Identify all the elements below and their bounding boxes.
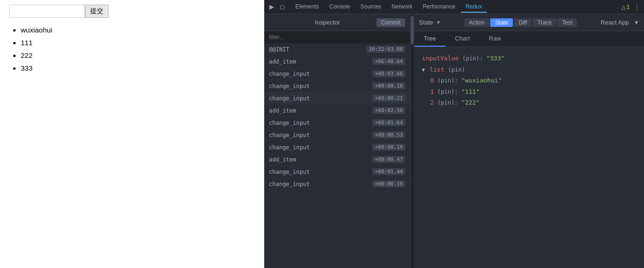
state-tab-test[interactable]: Test: [557, 18, 577, 27]
inspector-list[interactable]: @@INIT10:32:03.00add_item+06:48.64change…: [264, 43, 410, 268]
state-list-item: 0 (pin): "wuxiaohui": [430, 75, 636, 86]
warning-indicator: △ 1: [621, 4, 630, 10]
view-tab-chart[interactable]: Chart: [445, 31, 479, 47]
warning-count: 1: [627, 4, 630, 10]
list-item-index: 0: [430, 77, 434, 84]
list-item-pin: (pin):: [434, 89, 461, 95]
state-tab-action[interactable]: Action: [464, 18, 489, 27]
inspector-row-time: +00:01.64: [372, 119, 405, 126]
inspector-panel: Inspector Commit @@INIT10:32:03.00add_it…: [264, 14, 410, 268]
inspector-row[interactable]: @@INIT10:32:03.00: [264, 43, 410, 56]
inspector-row-name: change_input: [269, 71, 310, 77]
inspector-row[interactable]: change_input+00:01.44: [264, 166, 410, 178]
devtools-main: Inspector Commit @@INIT10:32:03.00add_it…: [264, 14, 644, 268]
inspector-row-name: change_input: [269, 132, 310, 138]
list-item-pin: (pin):: [434, 77, 461, 84]
view-tab-tree[interactable]: Tree: [414, 31, 445, 47]
list-key: list: [429, 66, 444, 73]
submit-button[interactable]: 提交: [85, 5, 109, 18]
inspector-row[interactable]: change_input+00:01.64: [264, 117, 410, 129]
warning-icon: △: [621, 4, 626, 10]
inspector-row-name: change_input: [269, 95, 310, 102]
state-panel-header: State ▼ Action State Diff Trace Test Rea…: [414, 14, 644, 31]
state-tab-diff[interactable]: Diff: [514, 18, 532, 27]
input-value-val: "333": [486, 55, 505, 62]
state-panel: State ▼ Action State Diff Trace Test Rea…: [414, 14, 644, 268]
list-item: 111: [21, 36, 255, 49]
state-list-item: 1 (pin): "111": [430, 86, 636, 97]
filter-input[interactable]: [264, 31, 410, 43]
tab-redux[interactable]: Redux: [461, 1, 487, 13]
devtools-topbar: ▶ ◻ Elements Console Sources Network Per…: [264, 0, 644, 14]
state-list-header-row: ▼ list (pin): [422, 64, 636, 75]
tab-network[interactable]: Network: [387, 1, 417, 13]
list-expand-arrow[interactable]: ▼: [422, 67, 425, 73]
inspector-row-time: +00:00.18: [372, 82, 405, 89]
inspector-row-time: +00:02.50: [372, 107, 405, 114]
list-pin: (pin): [448, 66, 465, 73]
cursor-icon[interactable]: ▶: [268, 3, 276, 11]
inspector-row[interactable]: add_item+00:02.50: [264, 105, 410, 117]
inspector-row[interactable]: change_input+00:00.21: [264, 92, 410, 105]
state-tab-trace[interactable]: Trace: [533, 18, 556, 27]
list-item-index: 2: [430, 99, 434, 106]
inspector-row-time: 10:32:03.00: [366, 46, 405, 53]
tab-performance[interactable]: Performance: [418, 1, 460, 13]
inspector-row[interactable]: change_input+00:00.19: [264, 141, 410, 154]
input-value-key: inputValue: [422, 55, 459, 62]
inspector-row-name: @@INIT: [269, 46, 289, 53]
inspector-title: Inspector: [278, 19, 376, 26]
inspector-row-time: +00:00.19: [372, 144, 405, 151]
inspector-row-name: change_input: [269, 169, 310, 175]
inspector-row[interactable]: change_input+00:03.66: [264, 68, 410, 80]
state-panel-tabs: Action State Diff Trace Test: [464, 18, 577, 27]
inspector-row-name: add_item: [269, 156, 296, 163]
state-header-left: State ▼: [419, 19, 441, 26]
state-list-items: 0 (pin): "wuxiaohui"1 (pin): "111"2 (pin…: [422, 75, 636, 108]
inspector-row-time: +06:48.64: [372, 58, 405, 65]
inspector-row-time: +00:00.21: [372, 95, 405, 102]
devtools-panel: ▶ ◻ Elements Console Sources Network Per…: [264, 0, 644, 268]
list-item-pin: (pin):: [434, 99, 461, 106]
state-header-right: React App ▼: [601, 19, 639, 26]
inspector-row[interactable]: change_input+00:00.18: [264, 80, 410, 92]
list-item-index: 1: [430, 88, 434, 95]
app-list: wuxiaohui111222333: [9, 24, 255, 74]
tab-elements[interactable]: Elements: [291, 1, 324, 13]
state-list-item: 2 (pin): "222": [430, 97, 636, 108]
list-item: 333: [21, 62, 255, 74]
app-input[interactable]: [9, 5, 85, 18]
app-panel: 提交 wuxiaohui111222333: [0, 0, 264, 268]
more-options-icon[interactable]: ⋮: [634, 3, 640, 11]
list-item-val: "111": [461, 88, 480, 95]
state-tab-state[interactable]: State: [490, 18, 513, 27]
react-app-dropdown[interactable]: ▼: [634, 19, 639, 26]
inspector-filter: [264, 31, 410, 43]
inspector-row-name: change_input: [269, 120, 310, 126]
inspector-row-name: add_item: [269, 58, 296, 65]
list-item: 222: [21, 49, 255, 62]
inspector-row[interactable]: add_item+06:48.64: [264, 56, 410, 68]
input-value-pin: (pin):: [462, 55, 486, 62]
state-header-chevron[interactable]: ▼: [436, 20, 441, 25]
devtools-icons: ▶ ◻: [268, 3, 286, 11]
view-tab-raw[interactable]: Raw: [479, 31, 510, 47]
inspector-commit-button[interactable]: Commit: [376, 18, 405, 27]
react-app-label: React App: [601, 19, 629, 26]
inspector-header: Inspector Commit: [264, 14, 410, 31]
inspector-row-name: add_item: [269, 107, 296, 114]
inspector-row[interactable]: add_item+00:00.47: [264, 154, 410, 166]
tab-console[interactable]: Console: [325, 1, 355, 13]
inspector-row-time: +00:00.47: [372, 156, 405, 163]
inspector-row-time: +00:00.19: [372, 180, 405, 187]
list-item-val: "222": [461, 99, 480, 106]
tab-sources[interactable]: Sources: [356, 1, 386, 13]
inspector-row[interactable]: change_input+00:00.53: [264, 129, 410, 141]
list-item-val: "wuxiaohui": [461, 77, 502, 84]
inspector-row-name: change_input: [269, 144, 310, 151]
inspector-scrollbar[interactable]: [410, 14, 414, 268]
state-view-tabs: Tree Chart Raw: [414, 31, 644, 47]
inspector-row[interactable]: change_input+00:00.19: [264, 178, 410, 190]
inspector-row-name: change_input: [269, 181, 310, 187]
inspect-icon[interactable]: ◻: [278, 3, 286, 11]
